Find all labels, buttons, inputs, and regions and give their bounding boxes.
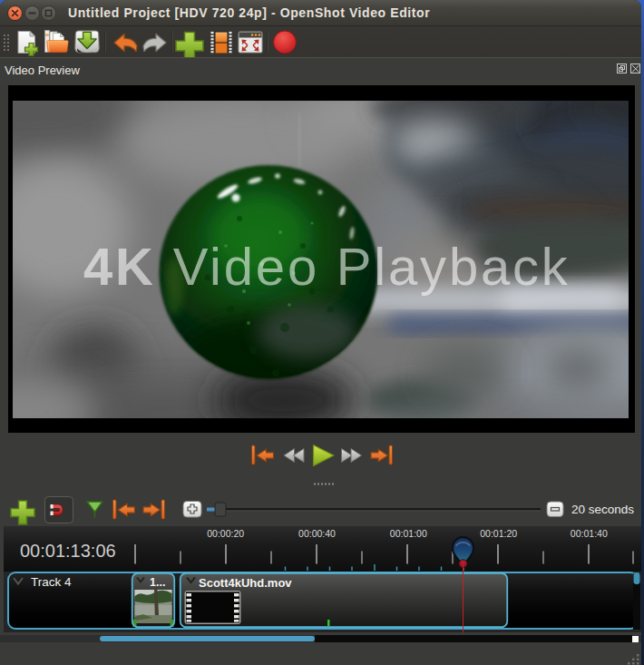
svg-text:00:01:00: 00:01:00 <box>390 528 427 539</box>
svg-text:00:00:20: 00:00:20 <box>207 528 244 539</box>
svg-text:00:01:20: 00:01:20 <box>480 528 517 539</box>
svg-text:00:00:40: 00:00:40 <box>298 528 336 539</box>
svg-text:Track 4: Track 4 <box>31 575 72 589</box>
svg-text:Scott4kUhd.mov: Scott4kUhd.mov <box>199 576 292 590</box>
svg-text:1...: 1... <box>150 576 165 589</box>
svg-text:00:01:40: 00:01:40 <box>571 528 608 539</box>
svg-text:4K Video Playback: 4K Video Playback <box>83 237 571 296</box>
svg-text:20 seconds: 20 seconds <box>571 503 634 516</box>
